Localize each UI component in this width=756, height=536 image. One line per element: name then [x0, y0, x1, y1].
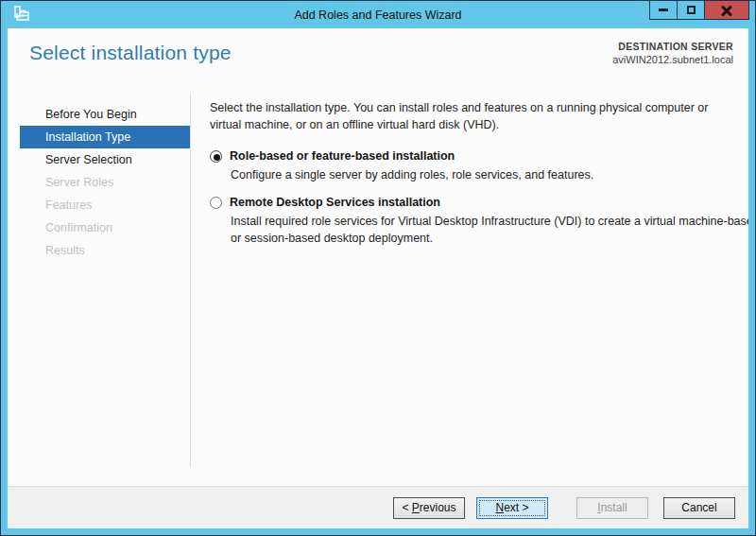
main-pane: Select the installation type. You can in… [190, 95, 748, 486]
wizard-window: Add Roles and Features Wizard Select ins… [0, 0, 756, 536]
minimize-icon [659, 9, 668, 11]
sidebar-item-server-selection[interactable]: Server Selection [8, 148, 190, 171]
sidebar-item-confirmation: Confirmation [8, 216, 190, 239]
page-title: Select installation type [29, 42, 232, 64]
window-controls [650, 0, 749, 20]
option-remote-desktop[interactable]: Remote Desktop Services installation Ins… [210, 196, 748, 247]
sidebar-item-features: Features [8, 194, 190, 216]
option-role-based-description: Configure a single server by adding role… [231, 166, 748, 183]
sidebar-item-installation-type[interactable]: Installation Type [20, 126, 190, 148]
window-title: Add Roles and Features Wizard [8, 1, 748, 28]
sidebar-item-before-you-begin[interactable]: Before You Begin [8, 103, 190, 126]
minimize-button[interactable] [649, 0, 678, 20]
wizard-body: Select installation type DESTINATION SER… [8, 28, 748, 528]
next-button[interactable]: Next > [476, 497, 548, 519]
sidebar-separator [190, 95, 191, 467]
radio-remote-desktop[interactable] [210, 197, 222, 209]
radio-role-based[interactable] [210, 150, 222, 163]
content-row: Before You Begin Installation Type Serve… [8, 95, 748, 486]
wizard-steps-sidebar: Before You Begin Installation Type Serve… [8, 95, 190, 486]
option-role-based-label[interactable]: Role-based or feature-based installation [230, 149, 455, 163]
option-role-based[interactable]: Role-based or feature-based installation… [210, 149, 748, 183]
intro-text: Select the installation type. You can in… [210, 99, 741, 133]
close-icon [721, 5, 732, 16]
option-remote-desktop-label[interactable]: Remote Desktop Services installation [230, 196, 440, 209]
destination-server-block: DESTINATION SERVER aviWIN2012.subnet1.lo… [612, 41, 733, 65]
close-button[interactable] [704, 0, 749, 20]
sidebar-item-server-roles: Server Roles [8, 171, 190, 194]
wizard-header: Select installation type DESTINATION SER… [8, 28, 748, 95]
maximize-button[interactable] [677, 0, 705, 20]
option-remote-desktop-description: Install required role services for Virtu… [231, 213, 748, 247]
destination-server-name: aviWIN2012.subnet1.local [612, 54, 733, 65]
destination-server-label: DESTINATION SERVER [612, 41, 733, 52]
maximize-icon [687, 6, 696, 14]
button-bar: < Previous Next > Install Cancel [8, 486, 748, 528]
sidebar-item-results: Results [8, 239, 190, 262]
install-button: Install [576, 497, 648, 519]
cancel-button[interactable]: Cancel [663, 497, 735, 519]
previous-button[interactable]: < Previous [393, 497, 465, 519]
title-bar[interactable]: Add Roles and Features Wizard [8, 1, 748, 28]
